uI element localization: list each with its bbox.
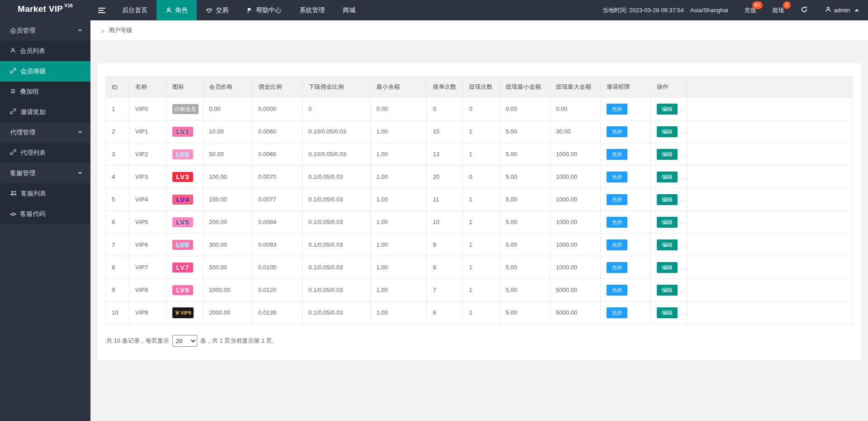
sidebar: 会员管理 会员列表 会员等级 叠加组 邀请奖励 代理管理 代理列表 客服管理 客… (0, 20, 90, 421)
refresh-button[interactable] (792, 0, 816, 20)
allow-button[interactable]: 允许 (607, 104, 627, 115)
edit-button[interactable]: 编辑 (657, 126, 678, 137)
edit-button[interactable]: 编辑 (657, 104, 678, 115)
nav-item-system[interactable]: 系统管理 (290, 0, 334, 20)
nav-item-mall[interactable]: 商城 (334, 0, 365, 20)
cell-actions: 编辑... (651, 98, 688, 120)
cell-withdraw-max: 1000.00 (550, 256, 601, 279)
cell-order-count: 9 (427, 234, 463, 256)
cell-filler (688, 256, 853, 279)
more-actions-button[interactable]: ... (680, 105, 686, 112)
sidebar-item-stack-group[interactable]: 叠加组 (0, 81, 90, 102)
cell-name: VIP2 (129, 143, 166, 166)
more-actions-button[interactable]: ... (680, 241, 686, 248)
cell-order-count: 7 (427, 279, 463, 301)
cell-commission: 0.0093 (252, 234, 303, 256)
more-actions-button[interactable]: ... (680, 196, 686, 203)
edit-button[interactable]: 编辑 (657, 239, 678, 250)
cell-sub-commission: 0.1/0.05/0.03 (303, 211, 370, 234)
nav-item-home[interactable]: 后台首页 (113, 0, 157, 20)
sidebar-item-invite-reward[interactable]: 邀请奖励 (0, 102, 90, 122)
edit-button[interactable]: 编辑 (657, 149, 678, 160)
more-actions-button[interactable]: ... (680, 309, 686, 316)
table-row: 2 VIP1 LV1 10.00 0.0060 0.10/0.05/0.03 1… (106, 120, 853, 143)
cell-min-balance: 1.00 (370, 120, 427, 143)
more-actions-button[interactable]: ... (680, 264, 686, 271)
more-actions-button[interactable]: ... (680, 219, 686, 225)
cell-sub-commission: 0.1/0.05/0.03 (303, 256, 370, 279)
cell-id: 3 (106, 143, 129, 166)
recharge-button[interactable]: 充值 87 (736, 0, 764, 20)
cell-icon: LV7 (166, 256, 203, 279)
app-logo-version: V16 (64, 3, 73, 8)
sidebar-item-member-list[interactable]: 会员列表 (0, 41, 90, 61)
cell-withdraw-min: 5.00 (500, 166, 550, 188)
cell-invite-permission: 允许 (601, 279, 651, 301)
edit-button[interactable]: 编辑 (657, 194, 678, 205)
cell-id: 2 (106, 120, 129, 143)
allow-button[interactable]: 允许 (607, 126, 627, 137)
cell-filler (688, 301, 853, 324)
withdraw-button[interactable]: 提现 0 (764, 0, 792, 20)
cell-actions: 编辑... (651, 301, 688, 324)
allow-button[interactable]: 允许 (607, 307, 627, 318)
cell-commission: 0.0077 (252, 188, 303, 211)
cell-commission: 0.0065 (252, 143, 303, 166)
allow-button[interactable]: 允许 (607, 285, 627, 296)
cell-withdraw-count: 1 (463, 279, 500, 301)
column-header: 最小余额 (370, 77, 427, 98)
cell-name: VIP6 (129, 234, 166, 256)
column-header: 操作 (651, 77, 688, 98)
nav-item-trade[interactable]: 交易 (197, 0, 237, 20)
cell-withdraw-max: 5000.00 (550, 279, 601, 301)
edit-button[interactable]: 编辑 (657, 307, 678, 318)
breadcrumb-chevrons-icon: » (101, 27, 104, 34)
per-page-select[interactable]: 20 (172, 335, 197, 347)
sidebar-item-agent-list[interactable]: 代理列表 (0, 143, 90, 163)
cell-id: 5 (106, 188, 129, 211)
cell-name: VIP5 (129, 211, 166, 234)
nav-item-roles[interactable]: 角色 (157, 0, 197, 20)
topbar-right: 当地时间: 2023-03-28 09:37:54 Asia/Shanghai … (594, 0, 868, 20)
cell-withdraw-min: 5.00 (500, 279, 550, 301)
allow-button[interactable]: 允许 (607, 149, 627, 160)
cell-icon: VIP9 (166, 301, 203, 324)
sidebar-section-member-management[interactable]: 会员管理 (0, 20, 90, 41)
edit-button[interactable]: 编辑 (657, 285, 678, 296)
edit-button[interactable]: 编辑 (657, 172, 678, 182)
sidebar-section-support-management[interactable]: 客服管理 (0, 163, 90, 183)
link-icon (10, 108, 16, 116)
user-icon (166, 7, 172, 14)
sidebar-toggle-button[interactable] (90, 0, 113, 20)
column-header-filler (688, 77, 853, 98)
nav-item-help[interactable]: 帮助中心 (237, 0, 290, 20)
more-actions-button[interactable]: ... (680, 128, 686, 135)
refresh-icon (801, 6, 808, 14)
sidebar-item-support-list[interactable]: 客服列表 (0, 183, 90, 204)
allow-button[interactable]: 允许 (607, 217, 627, 228)
table-row: 9 VIP8 LV8 1000.00 0.0120 0.1/0.05/0.03 … (106, 279, 853, 301)
level-badge-icon: LV3 (172, 172, 193, 182)
allow-button[interactable]: 允许 (607, 262, 627, 273)
breadcrumb: » 用户等级 (90, 20, 868, 41)
cell-name: VIP1 (129, 120, 166, 143)
edit-button[interactable]: 编辑 (657, 262, 678, 273)
cell-sub-commission: 0 (303, 98, 370, 120)
edit-button[interactable]: 编辑 (657, 217, 678, 228)
column-header: 佣金比例 (252, 77, 303, 98)
cell-withdraw-max: 1000.00 (550, 166, 601, 188)
more-actions-button[interactable]: ... (680, 173, 686, 180)
sidebar-item-support-code[interactable]: </> 客服代码 (0, 204, 90, 224)
user-menu[interactable]: admin (816, 0, 868, 20)
more-actions-button[interactable]: ... (680, 151, 686, 158)
cell-commission: 0.0000 (252, 98, 303, 120)
chevron-down-icon (78, 131, 82, 134)
sidebar-section-agent-management[interactable]: 代理管理 (0, 122, 90, 143)
cell-withdraw-min: 5.00 (500, 211, 550, 234)
allow-button[interactable]: 允许 (607, 239, 627, 250)
sidebar-item-member-level[interactable]: 会员等级 (0, 61, 90, 81)
allow-button[interactable]: 允许 (607, 172, 627, 182)
allow-button[interactable]: 允许 (607, 194, 627, 205)
more-actions-button[interactable]: ... (680, 287, 686, 293)
cell-invite-permission: 允许 (601, 98, 651, 120)
